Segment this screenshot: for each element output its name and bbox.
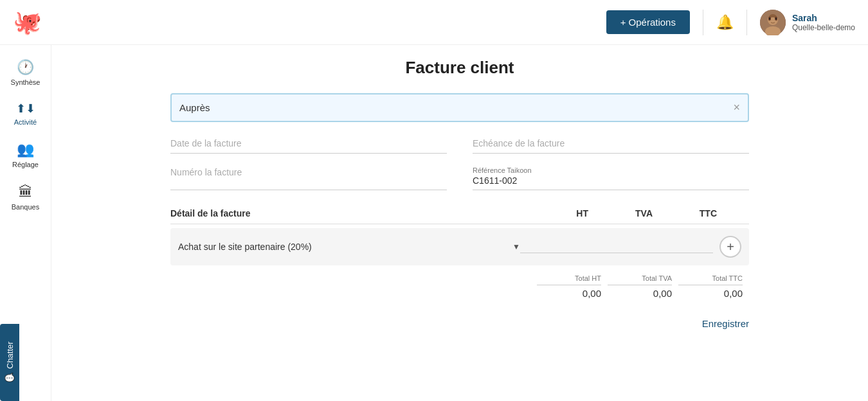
tva-input[interactable] xyxy=(584,242,649,252)
logo[interactable]: 🐙 xyxy=(13,9,42,36)
page-title: Facture client xyxy=(103,58,817,78)
reference-field: Référence Taikoon C1611-002 xyxy=(473,166,749,190)
sidebar-banques-label: Banques xyxy=(12,203,39,211)
user-company: Quelle-belle-demo xyxy=(792,23,855,32)
col-header-ht: HT xyxy=(524,208,588,218)
sidebar-reglage-label: Réglage xyxy=(12,161,39,168)
sidebar-item-label: Synthèse xyxy=(11,78,41,86)
sidebar-item-synthese[interactable]: 🕐 Synthèse xyxy=(0,51,51,94)
save-button[interactable]: Enregistrer xyxy=(702,318,749,329)
total-ht-col: Total HT 0,00 xyxy=(537,274,608,299)
user-info: Sarah Quelle-belle-demo xyxy=(792,13,855,32)
ht-input[interactable] xyxy=(520,242,584,252)
date-input[interactable] xyxy=(170,138,447,148)
invoice-row-desc: Achat sur le site partenaire (20%) ▼ xyxy=(178,242,520,252)
invoice-row: Achat sur le site partenaire (20%) ▼ + xyxy=(170,228,749,265)
clock-icon: 🕐 xyxy=(17,59,34,76)
svg-point-7 xyxy=(769,17,770,19)
header-divider xyxy=(703,10,703,35)
main-content: Facture client × xyxy=(51,45,868,401)
sidebar-activite-label: Activité xyxy=(14,118,37,126)
total-tva-value: 0,00 xyxy=(608,288,672,299)
row-desc-text: Achat sur le site partenaire (20%) xyxy=(178,242,507,252)
totals-row: Total HT 0,00 Total TVA 0,00 Total TTC 0… xyxy=(170,274,749,299)
header: 🐙 + Opérations 🔔 xyxy=(0,0,868,45)
sidebar-item-activite[interactable]: ⬆⬇ Activité xyxy=(0,94,51,134)
bell-icon[interactable]: 🔔 xyxy=(716,14,734,31)
total-tva-label: Total TVA xyxy=(608,274,672,285)
invoice-detail-header: Détail de la facture HT TVA TTC xyxy=(170,203,749,224)
logo-octopus: 🐙 xyxy=(13,9,42,36)
search-bar: × xyxy=(170,93,749,122)
chat-panel[interactable]: 💬 Chatter xyxy=(0,324,19,401)
user-area[interactable]: Sarah Quelle-belle-demo xyxy=(760,10,855,35)
date-echeance-row xyxy=(170,138,749,154)
search-input[interactable] xyxy=(179,94,733,121)
ttc-input[interactable] xyxy=(649,242,713,252)
header-divider2 xyxy=(746,10,747,35)
avatar xyxy=(760,10,786,35)
arrows-icon: ⬆⬇ xyxy=(16,102,35,116)
reference-label: Référence Taikoon xyxy=(473,166,749,174)
echeance-field xyxy=(473,138,749,154)
ttc-input-col xyxy=(649,241,713,253)
echeance-input[interactable] xyxy=(473,138,749,148)
ht-input-col xyxy=(520,241,584,253)
total-ttc-label: Total TTC xyxy=(678,274,743,285)
add-row-button[interactable]: + xyxy=(719,236,741,258)
sidebar: 🕐 Synthèse ⬆⬇ Activité 👥 Réglage 🏛 Banqu… xyxy=(0,45,51,401)
search-clear-button[interactable]: × xyxy=(733,101,740,114)
invoice-detail: Détail de la facture HT TVA TTC Achat su… xyxy=(170,203,749,299)
group-icon: 👥 xyxy=(17,141,34,158)
total-ht-value: 0,00 xyxy=(537,288,601,299)
form-section: × Référence Taikoon C1611-002 xyxy=(170,93,749,329)
total-ttc-value: 0,00 xyxy=(678,288,743,299)
sidebar-item-reglage[interactable]: 👥 Réglage xyxy=(0,134,51,176)
bank-icon: 🏛 xyxy=(19,184,33,201)
col-header-desc: Détail de la facture xyxy=(170,208,524,218)
chat-label: Chatter xyxy=(5,342,15,370)
reference-value: C1611-002 xyxy=(473,175,749,186)
total-tva-col: Total TVA 0,00 xyxy=(608,274,678,299)
chevron-down-icon[interactable]: ▼ xyxy=(512,242,520,251)
col-header-tva: TVA xyxy=(588,208,653,218)
numero-reference-row: Référence Taikoon C1611-002 xyxy=(170,166,749,190)
numero-input[interactable] xyxy=(170,167,447,177)
total-ttc-col: Total TTC 0,00 xyxy=(678,274,749,299)
user-name: Sarah xyxy=(792,13,855,23)
col-header-ttc: TTC xyxy=(653,208,717,218)
chat-icon: 💬 xyxy=(5,373,15,383)
operations-button[interactable]: + Opérations xyxy=(606,10,690,34)
numero-field xyxy=(170,166,447,190)
sidebar-item-banques[interactable]: 🏛 Banques xyxy=(0,176,51,218)
date-field xyxy=(170,138,447,154)
svg-point-8 xyxy=(775,17,777,19)
total-ht-label: Total HT xyxy=(537,274,601,285)
header-right: + Opérations 🔔 xyxy=(606,10,855,35)
tva-input-col xyxy=(584,241,649,253)
layout: 🕐 Synthèse ⬆⬇ Activité 👥 Réglage 🏛 Banqu… xyxy=(0,45,868,401)
